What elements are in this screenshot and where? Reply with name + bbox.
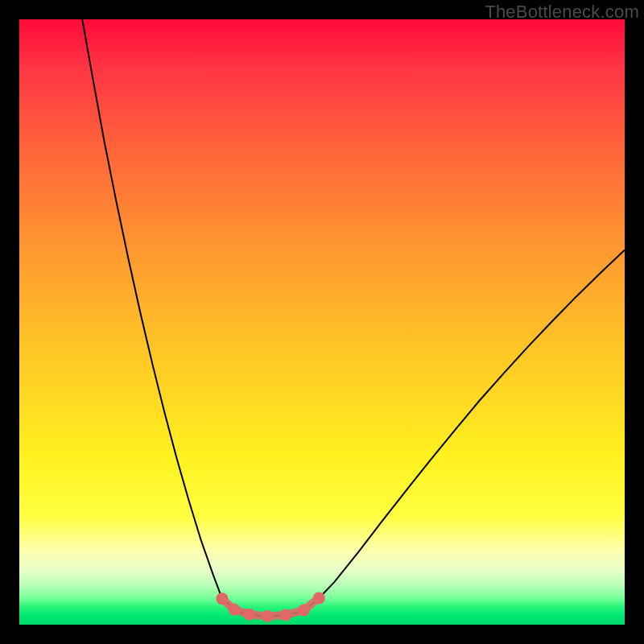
min-marker: [279, 609, 291, 621]
min-marker: [228, 604, 240, 616]
curve-path: [82, 19, 625, 616]
chart-frame: TheBottleneck.com: [0, 0, 644, 644]
min-marker: [243, 609, 255, 621]
min-marker: [298, 604, 310, 616]
min-marker: [313, 592, 325, 604]
bottleneck-curve: [19, 19, 625, 625]
min-marker: [216, 592, 228, 605]
watermark-text: TheBottleneck.com: [485, 2, 639, 23]
min-marker: [262, 610, 274, 622]
plot-area: [19, 19, 625, 625]
